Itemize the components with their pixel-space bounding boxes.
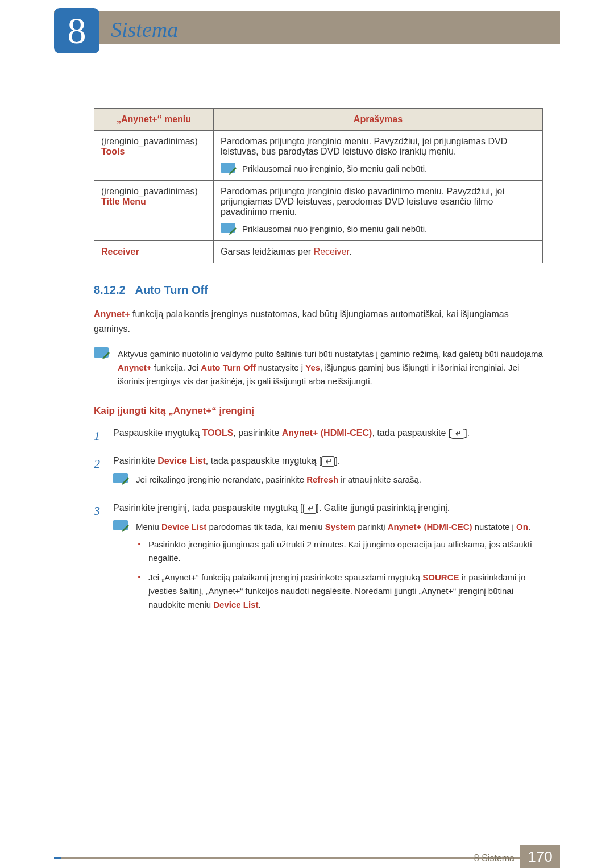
subsection-heading: Kaip įjungti kitą „Anynet+“ įrenginį [94,405,543,417]
section-heading: 8.12.2 Auto Turn Off [94,284,543,297]
table-row: (įrenginio_pavadinimas) Tools Parodomas … [94,131,543,181]
table-header-desc: Aprašymas [214,109,543,131]
bullet-item: Jei „Anynet+“ funkciją palaikantį įrengi… [136,571,543,612]
enter-icon [451,429,464,439]
section-note: Aktyvus gaminio nuotolinio valdymo pulto… [94,347,543,388]
section-number: 8.12.2 [94,284,126,296]
note-icon [221,223,235,233]
step-number: 2 [94,454,106,493]
section-title: Auto Turn Off [135,284,208,296]
row-label-line1: (įrenginio_pavadinimas) [101,186,206,197]
row-desc: Parodomas prijungto įrenginio disko pava… [221,186,536,217]
note-icon [94,347,109,358]
row-label-line2: Title Menu [101,197,206,207]
table-row: (įrenginio_pavadinimas) Title Menu Parod… [94,181,543,241]
footer: 8 Sistema 170 [54,845,560,868]
content-area: „Anynet+“ meniu Aprašymas (įrenginio_pav… [94,108,543,632]
step-number: 1 [94,426,106,446]
row-label-line1: (įrenginio_pavadinimas) [101,136,206,147]
chapter-number: 8 [68,12,86,49]
footer-label: 8 Sistema [474,853,515,863]
step-item: 2 Pasirinkite Device List, tada paspausk… [94,454,543,493]
table-header-menu: „Anynet+“ meniu [94,109,214,131]
step-item: 3 Pasirinkite įrenginį, tada paspauskite… [94,501,543,624]
page-number: 170 [520,845,560,868]
row-note: Priklausomai nuo įrenginio, šio meniu ga… [242,163,427,175]
table-row: Receiver Garsas leidžiamas per Receiver. [94,241,543,263]
note-icon [113,473,128,483]
steps-list: 1 Paspauskite mygtuką TOOLS, pasirinkite… [94,426,543,624]
row-desc: Parodomas prijungto įrenginio meniu. Pav… [221,136,536,157]
enter-icon [321,456,335,467]
step-number: 3 [94,501,106,624]
row-desc: Garsas leidžiamas per Receiver. [214,241,543,263]
enter-icon [303,504,317,514]
bullet-item: Pasirinkto įrenginio įjungimas gali užtr… [136,538,543,565]
step-item: 1 Paspauskite mygtuką TOOLS, pasirinkite… [94,426,543,446]
chapter-title: Sistema [111,17,178,42]
section-body: Anynet+ funkciją palaikantis įrenginys n… [94,307,543,336]
row-label-line1: Receiver [101,247,206,257]
note-icon [221,163,235,173]
chapter-badge: 8 [54,8,99,53]
note-icon [113,520,128,530]
anynet-table: „Anynet+“ meniu Aprašymas (įrenginio_pav… [94,108,543,263]
row-note: Priklausomai nuo įrenginio, šio meniu ga… [242,223,427,235]
row-label-line2: Tools [101,147,206,157]
